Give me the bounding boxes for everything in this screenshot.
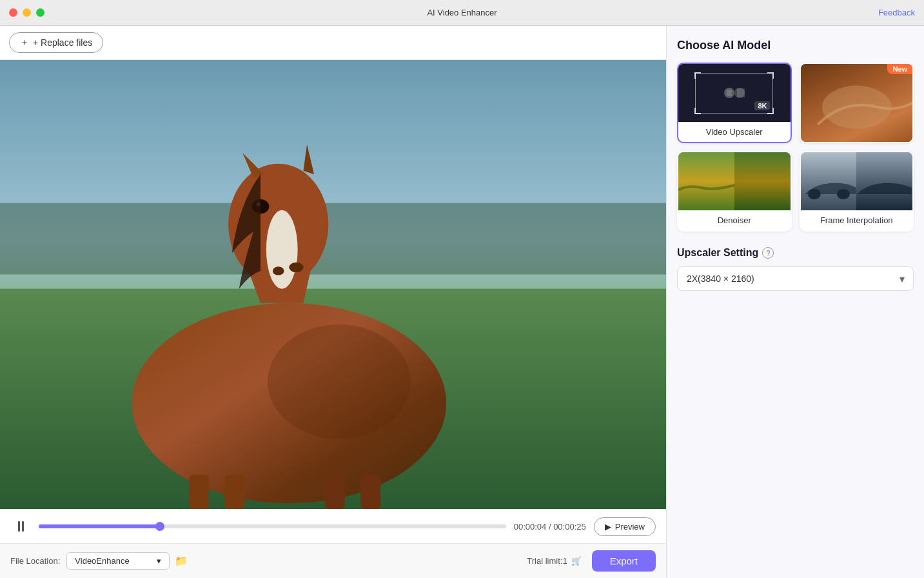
trial-info: Trial limit:1 🛒 [527, 556, 581, 566]
cart-icon: 🛒 [571, 556, 582, 566]
denoiser-right [734, 152, 791, 210]
interp-left [801, 152, 857, 210]
progress-fill [39, 524, 160, 528]
setting-title-text: Upscaler Setting [677, 247, 758, 259]
frame-interp-label: Frame Interpolation [801, 210, 913, 230]
svg-point-11 [289, 263, 303, 273]
svg-rect-15 [325, 475, 345, 509]
feedback-link[interactable]: Feedback [878, 8, 915, 17]
file-location-select[interactable]: VideoEnhance ▾ [66, 552, 170, 570]
trial-text: Trial limit:1 [527, 556, 567, 566]
replace-files-label: + Replace files [33, 37, 92, 48]
svg-rect-26 [801, 152, 857, 210]
enhancement-label: Video Enhancement [801, 142, 913, 143]
setting-select-wrapper: 2X(3840 × 2160) 1X(1920 × 1080) 4X(7680 … [677, 266, 914, 291]
file-location-value: VideoEnhance [75, 556, 129, 566]
interp-photo [801, 152, 913, 210]
setting-section-title: Upscaler Setting ? [677, 247, 914, 259]
time-display: 00:00:04 / 00:00:25 [514, 522, 586, 532]
denoiser-photo [678, 152, 791, 210]
toolbar: ＋ + Replace files [0, 26, 666, 60]
chevron-down-icon: ▾ [157, 556, 161, 566]
svg-rect-16 [360, 475, 380, 509]
choose-model-title: Choose AI Model [677, 39, 914, 52]
model-card-upscaler[interactable]: 8K Video Upscaler [677, 63, 792, 143]
pause-button[interactable] [10, 516, 31, 537]
upscaler-frame: 8K [695, 73, 773, 114]
model-grid: 8K Video Upscaler New [677, 63, 914, 232]
svg-rect-25 [734, 152, 791, 210]
new-badge: New [887, 64, 912, 74]
video-controls: 00:00:04 / 00:00:25 ▶ Preview [0, 509, 666, 543]
help-icon[interactable]: ? [762, 247, 774, 259]
window-controls [9, 8, 44, 17]
right-panel: Choose AI Model [666, 26, 924, 578]
video-container [0, 60, 666, 509]
progress-bar[interactable] [39, 524, 506, 528]
progress-handle[interactable] [155, 522, 164, 531]
svg-rect-29 [856, 152, 912, 210]
svg-point-17 [268, 324, 411, 439]
open-folder-button[interactable]: 📁 [175, 555, 188, 567]
svg-point-6 [266, 210, 298, 289]
denoiser-thumbnail [678, 152, 791, 210]
svg-rect-24 [678, 152, 734, 210]
bottom-bar: File Location: VideoEnhance ▾ 📁 Trial li… [0, 543, 666, 578]
interp-right [856, 152, 912, 210]
svg-rect-14 [225, 475, 245, 509]
replace-files-button[interactable]: ＋ + Replace files [9, 32, 103, 53]
upscaler-label: Video Upscaler [678, 122, 791, 142]
svg-rect-13 [189, 475, 209, 509]
main-content: ＋ + Replace files [0, 26, 924, 578]
video-content [0, 60, 666, 509]
preview-play-icon: ▶ [605, 522, 611, 532]
maximize-button[interactable] [36, 8, 44, 17]
left-panel: ＋ + Replace files [0, 26, 666, 578]
export-button[interactable]: Export [592, 550, 656, 572]
pause-bar-1 [18, 521, 20, 532]
model-card-enhancement[interactable]: New [800, 63, 914, 143]
enhancement-image [801, 64, 913, 142]
upscaler-thumbnail: 8K [678, 64, 791, 122]
denoiser-label: Denoiser [678, 210, 791, 230]
upscaler-setting-section: Upscaler Setting ? 2X(3840 × 2160) 1X(19… [677, 247, 914, 291]
pause-bar-2 [22, 521, 24, 532]
app-title: AI Video Enhancer [427, 8, 496, 17]
model-card-frame-interp[interactable]: Frame Interpolation [800, 151, 914, 232]
frame-interp-thumbnail [801, 152, 913, 210]
denoiser-left [678, 152, 734, 210]
pause-icon [18, 521, 24, 532]
file-location-label: File Location: [10, 556, 60, 566]
video-frame [0, 60, 666, 509]
svg-point-27 [807, 189, 820, 199]
corner-tl [694, 72, 701, 79]
current-time: 00:00:04 [514, 522, 547, 532]
corner-bl [694, 108, 701, 114]
folder-icon: 📁 [175, 555, 188, 566]
upscaler-setting-select[interactable]: 2X(3840 × 2160) 1X(1920 × 1080) 4X(7680 … [677, 266, 914, 291]
title-bar: AI Video Enhancer Feedback [0, 0, 924, 26]
corner-tr [767, 72, 774, 79]
close-button[interactable] [9, 8, 17, 17]
plus-icon: ＋ [20, 37, 29, 48]
minimize-button[interactable] [23, 8, 31, 17]
preview-label: Preview [615, 522, 645, 532]
total-time: 00:00:25 [553, 522, 586, 532]
svg-rect-1 [0, 203, 666, 275]
svg-point-12 [273, 266, 284, 275]
preview-button[interactable]: ▶ Preview [594, 517, 656, 536]
enhancement-thumbnail [801, 64, 913, 142]
model-card-denoiser[interactable]: Denoiser [677, 151, 792, 232]
svg-point-28 [836, 189, 849, 199]
badge-8k: 8K [754, 101, 770, 110]
